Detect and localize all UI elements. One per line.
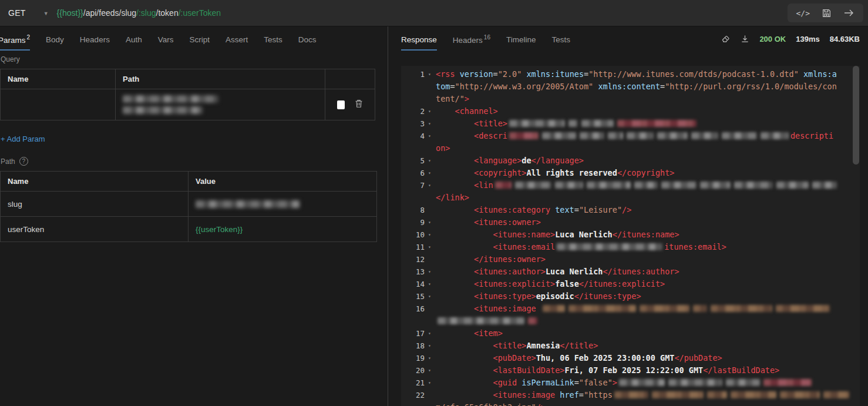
fold-arrow-icon[interactable]: ▾: [425, 377, 435, 389]
tab-tests[interactable]: Tests: [264, 35, 282, 51]
code-line: 22 <itunes:image href="https: [401, 389, 860, 401]
tab-docs[interactable]: Docs: [298, 35, 317, 51]
tab-label: Headers: [80, 35, 110, 44]
response-size: 84.63KB: [830, 35, 860, 43]
fold-arrow-icon[interactable]: ▾: [425, 278, 435, 290]
help-icon[interactable]: ?: [19, 157, 28, 166]
redacted-code: [543, 305, 565, 312]
path-value-cell[interactable]: [189, 192, 377, 217]
line-number: 7: [401, 179, 425, 192]
redacted-code: [634, 182, 658, 189]
tab-auth[interactable]: Auth: [126, 35, 142, 51]
fold-arrow-icon[interactable]: ▾: [425, 364, 435, 377]
path-value-cell[interactable]: {{userToken}}: [189, 217, 377, 242]
fold-arrow-icon[interactable]: ▾: [425, 266, 435, 278]
line-number-gutter: 10▾: [401, 229, 436, 241]
code-line: 18▾ <title>Amnesia</title>: [401, 340, 860, 352]
line-number: 10: [401, 229, 425, 241]
save-icon[interactable]: [822, 8, 832, 18]
code-line: </link>: [401, 192, 860, 204]
fold-arrow-icon[interactable]: ▾: [425, 340, 435, 352]
method-select[interactable]: GET: [8, 8, 26, 18]
code-text: <itunes:owner>: [436, 216, 541, 229]
query-name-cell[interactable]: [1, 89, 116, 120]
row-enabled-checkbox[interactable]: [337, 100, 345, 109]
response-stats: 200 OK 139ms 84.63KB: [721, 34, 860, 43]
line-number-gutter: 17▾: [401, 327, 436, 340]
tab-label: Tests: [551, 35, 570, 44]
query-path-cell[interactable]: [116, 89, 325, 120]
line-number-gutter: 6▾: [401, 167, 436, 179]
redacted-code: [652, 391, 704, 398]
send-icon[interactable]: [843, 8, 854, 18]
fold-arrow-icon[interactable]: ▾: [425, 130, 435, 142]
code-line: 9▾ <itunes:owner>: [401, 216, 860, 229]
fold-arrow-icon[interactable]: ▾: [425, 290, 435, 303]
code-token: <itunes:image: [436, 390, 555, 400]
code-text: </link>: [436, 192, 469, 204]
fold-arrow-icon[interactable]: ▾: [425, 352, 435, 364]
fold-arrow-icon[interactable]: ▾: [425, 229, 435, 241]
line-number: 3: [401, 118, 425, 130]
redacted-code: [580, 132, 604, 139]
query-col-name: Name: [1, 69, 116, 89]
tab-params[interactable]: Params2: [0, 34, 30, 51]
code-token: </copyright>: [617, 168, 675, 177]
code-token: <item>: [436, 328, 503, 338]
code-text: <copyright>All rights reserved</copyrigh…: [436, 167, 674, 179]
line-number-gutter: 7▾: [401, 179, 436, 192]
path-name-cell[interactable]: userToken: [1, 217, 189, 242]
line-number-gutter: 14▾: [401, 278, 436, 290]
code-line: 20▾ <lastBuildDate>Fri, 07 Feb 2025 12:2…: [401, 364, 860, 377]
code-token: [455, 69, 460, 79]
clear-response-icon[interactable]: [721, 34, 731, 43]
tab-script[interactable]: Script: [189, 35, 210, 51]
tab-assert[interactable]: Assert: [226, 35, 248, 51]
response-scrollbar[interactable]: [853, 66, 859, 165]
path-name-cell[interactable]: slug: [1, 192, 189, 217]
fold-arrow-icon[interactable]: ▾: [425, 118, 435, 130]
download-response-icon[interactable]: [741, 34, 749, 43]
fold-arrow-icon[interactable]: ▾: [425, 216, 435, 229]
fold-arrow-icon[interactable]: ▾: [425, 241, 435, 253]
code-text: <itunes:name>Luca Nerlich</itunes:name>: [436, 229, 679, 241]
code-text: <itunes:explicit>false</itunes:explicit>: [436, 278, 665, 290]
path-value: {{userToken}}: [196, 225, 243, 234]
request-tabs: Params2BodyHeadersAuthVarsScriptAssertTe…: [0, 32, 388, 51]
redacted-code: [614, 391, 648, 398]
url-input[interactable]: {{host}}/api/feeds/slug/:slug/token/:use…: [57, 8, 221, 18]
fold-arrow-icon[interactable]: ▾: [425, 105, 435, 118]
code-token: <channel>: [436, 106, 498, 116]
tab-headers[interactable]: Headers: [80, 35, 110, 51]
fold-arrow-icon[interactable]: ▾: [425, 327, 435, 340]
code-text: tent/">: [436, 93, 469, 105]
response-tab-timeline[interactable]: Timeline: [506, 35, 536, 51]
add-param-button[interactable]: + Add Param: [1, 135, 45, 143]
fold-arrow-icon[interactable]: ▾: [425, 155, 435, 167]
code-snippet-icon[interactable]: </>: [796, 9, 810, 18]
line-number-gutter: 4▾: [401, 130, 436, 142]
tab-body[interactable]: Body: [46, 35, 64, 51]
redacted-code: [557, 243, 662, 250]
fold-arrow-icon[interactable]: ▾: [425, 179, 435, 192]
response-time: 139ms: [796, 35, 819, 43]
code-token: >: [465, 94, 469, 103]
tab-vars[interactable]: Vars: [158, 35, 174, 51]
path-row: slug: [1, 192, 377, 217]
fold-arrow-icon[interactable]: ▾: [425, 68, 435, 80]
line-number-gutter: 21▾: [401, 377, 436, 389]
response-tab-headers[interactable]: Headers16: [453, 34, 490, 51]
line-number-gutter: 19▾: [401, 352, 436, 364]
line-number: 12: [401, 253, 425, 266]
line-number-gutter: 2▾: [401, 105, 436, 118]
response-tab-response[interactable]: Response: [401, 35, 437, 51]
fold-arrow-icon[interactable]: ▾: [425, 167, 435, 179]
code-text: tom="http://www.w3.org/2005/Atom" xmlns:…: [436, 80, 837, 93]
trash-icon[interactable]: [354, 99, 364, 111]
line-number: 22: [401, 389, 425, 401]
response-tab-tests[interactable]: Tests: [551, 35, 570, 51]
code-token: m/cfs-65a6fb8ab2.jpg": [436, 402, 536, 406]
code-token: <itunes:name>: [436, 230, 555, 239]
line-number: 6: [401, 167, 425, 179]
chevron-down-icon[interactable]: ▼: [43, 11, 49, 16]
